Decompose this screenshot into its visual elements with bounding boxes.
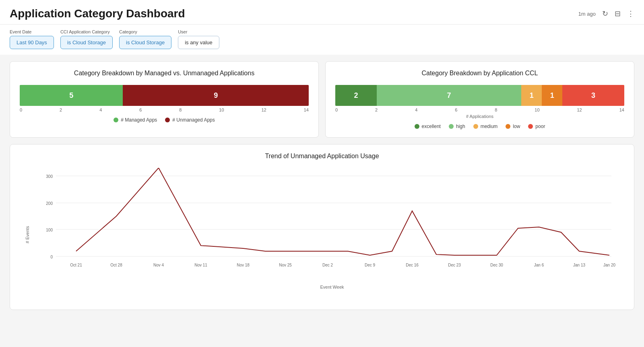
category-label: Category — [119, 29, 171, 34]
category-filter-group: Category is Cloud Storage — [119, 29, 171, 49]
legend-medium-dot — [473, 124, 478, 129]
legend-unmanaged: # Unmanaged Apps — [165, 117, 215, 123]
event-date-filter-group: Event Date Last 90 Days — [10, 29, 54, 49]
x-tick-dec30: Dec 30 — [490, 263, 503, 267]
user-button[interactable]: is any value — [178, 36, 219, 49]
stacked-bar: 5 9 — [20, 85, 309, 106]
x-tick-dec2: Dec 2 — [322, 263, 333, 267]
high-segment: 7 — [377, 85, 521, 106]
chart2-title: Category Breakdown by Application CCL — [335, 70, 624, 77]
x-tick-dec9: Dec 9 — [365, 263, 376, 267]
legend-managed: # Managed Apps — [114, 117, 157, 123]
line-chart-wrapper: # Events 0 100 200 300 Oct 21 Oct 28 Nov… — [20, 168, 624, 302]
x-tick-dec16: Dec 16 — [406, 263, 419, 267]
legend-excellent: excellent — [415, 124, 441, 129]
top-charts-row: Category Breakdown by Managed vs. Unmana… — [10, 61, 634, 138]
chart2-x-label: # Applications — [335, 114, 624, 119]
x-tick-dec23: Dec 23 — [448, 263, 461, 267]
legend-managed-label: # Managed Apps — [121, 117, 157, 123]
managed-bar-segment: 5 — [20, 85, 123, 106]
category-button[interactable]: is Cloud Storage — [119, 36, 171, 49]
legend-excellent-dot — [415, 124, 419, 129]
y-axis-label: # Events — [25, 226, 30, 244]
trend-line — [76, 168, 609, 255]
more-icon[interactable]: ⋮ — [627, 10, 634, 17]
medium-segment: 1 — [521, 85, 542, 106]
legend-low-dot — [506, 124, 510, 129]
legend-low-label: low — [513, 124, 520, 129]
legend-managed-dot — [114, 118, 118, 122]
refresh-icon[interactable]: ↻ — [602, 10, 608, 17]
legend-poor: poor — [528, 124, 545, 129]
cci-filter-group: CCI Application Category is Cloud Storag… — [60, 29, 113, 49]
header-actions: 1m ago ↻ ⊟ ⋮ — [578, 10, 634, 17]
legend-poor-label: poor — [535, 124, 545, 129]
legend-medium: medium — [473, 124, 498, 129]
low-segment: 1 — [542, 85, 562, 106]
user-filter-group: User is any value — [178, 29, 219, 49]
y-tick-100: 100 — [46, 228, 53, 232]
user-label: User — [178, 29, 219, 34]
legend-unmanaged-dot — [165, 118, 170, 122]
chart1-axis-labels: 0 2 4 6 8 10 12 14 — [20, 107, 309, 112]
ccl-chart-card: Category Breakdown by Application CCL 2 … — [325, 61, 634, 138]
x-tick-nov18: Nov 18 — [237, 263, 250, 267]
x-tick-nov25: Nov 25 — [279, 263, 292, 267]
excellent-segment: 2 — [335, 85, 377, 106]
stacked-bar-container: 5 9 0 2 4 6 8 10 12 14 — [20, 85, 309, 112]
legend-excellent-label: excellent — [422, 124, 441, 129]
legend-high-label: high — [456, 124, 465, 129]
legend-poor-dot — [528, 124, 533, 129]
ccl-stacked-bar: 2 7 1 1 3 — [335, 85, 624, 106]
legend-high-dot — [449, 124, 454, 129]
ccl-bar-container: 2 7 1 1 3 0 2 4 6 8 10 12 14 # Applicati… — [335, 85, 624, 119]
managed-count: 5 — [69, 91, 73, 100]
unmanaged-bar-segment: 9 — [123, 85, 309, 106]
filters-bar: Event Date Last 90 Days CCI Application … — [0, 25, 644, 55]
y-tick-300: 300 — [46, 174, 53, 179]
x-tick-oct21: Oct 21 — [70, 263, 82, 267]
x-tick-jan20: Jan 20 — [603, 263, 615, 267]
x-tick-jan6: Jan 6 — [534, 263, 544, 267]
legend-medium-label: medium — [481, 124, 498, 129]
chart3-title: Trend of Unmanaged Application Usage — [20, 153, 624, 160]
legend-low: low — [506, 124, 520, 129]
chart2-axis-labels: 0 2 4 6 8 10 12 14 — [335, 107, 624, 112]
y-tick-200: 200 — [46, 201, 53, 206]
chart1-title: Category Breakdown by Managed vs. Unmana… — [20, 70, 309, 77]
x-tick-nov11: Nov 11 — [194, 263, 207, 267]
cci-button[interactable]: is Cloud Storage — [60, 36, 113, 49]
trend-chart-card: Trend of Unmanaged Application Usage # E… — [10, 144, 634, 310]
filter-icon[interactable]: ⊟ — [615, 10, 621, 17]
managed-unmanaged-chart-card: Category Breakdown by Managed vs. Unmana… — [10, 61, 319, 138]
x-tick-jan13: Jan 13 — [573, 263, 585, 267]
x-tick-oct28: Oct 28 — [110, 263, 122, 267]
event-date-label: Event Date — [10, 29, 54, 34]
y-tick-0: 0 — [50, 255, 53, 259]
last-updated: 1m ago — [578, 11, 596, 17]
legend-unmanaged-label: # Unmanaged Apps — [172, 117, 215, 123]
event-date-button[interactable]: Last 90 Days — [10, 36, 54, 49]
chart2-legend: excellent high medium low poor — [335, 124, 624, 129]
x-axis-label: Event Week — [40, 285, 624, 289]
legend-high: high — [449, 124, 465, 129]
page-header: Application Category Dashboard 1m ago ↻ … — [0, 0, 644, 25]
main-content: Category Breakdown by Managed vs. Unmana… — [0, 55, 644, 316]
chart1-legend: # Managed Apps # Unmanaged Apps — [20, 117, 309, 123]
cci-label: CCI Application Category — [60, 29, 113, 34]
poor-segment: 3 — [562, 85, 624, 106]
unmanaged-count: 9 — [214, 91, 218, 100]
trend-line-chart: 0 100 200 300 Oct 21 Oct 28 Nov 4 Nov 11… — [40, 168, 615, 289]
page-title: Application Category Dashboard — [10, 7, 185, 20]
x-tick-nov4: Nov 4 — [153, 263, 164, 267]
